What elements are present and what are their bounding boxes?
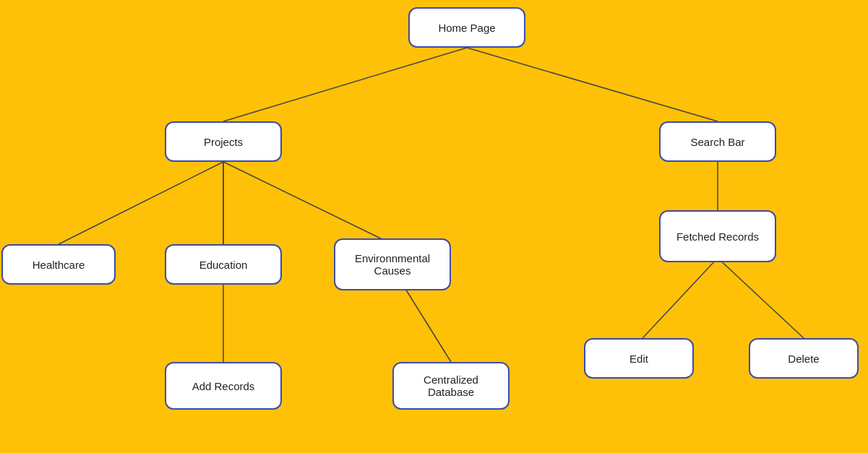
node-education[interactable]: Education bbox=[165, 244, 282, 285]
svg-line-2 bbox=[59, 162, 223, 244]
svg-line-9 bbox=[718, 258, 804, 338]
svg-line-8 bbox=[643, 258, 718, 338]
node-delete[interactable]: Delete bbox=[749, 338, 859, 379]
svg-line-1 bbox=[467, 48, 718, 121]
node-centralized-database[interactable]: Centralized Database bbox=[392, 362, 510, 410]
node-environmental-causes[interactable]: Environnmental Causes bbox=[334, 238, 451, 290]
node-search-bar[interactable]: Search Bar bbox=[659, 121, 776, 162]
node-edit[interactable]: Edit bbox=[584, 338, 694, 379]
svg-line-4 bbox=[223, 162, 392, 244]
node-projects[interactable]: Projects bbox=[165, 121, 282, 162]
svg-line-0 bbox=[223, 48, 467, 121]
node-fetched-records[interactable]: Fetched Records bbox=[659, 210, 776, 262]
node-add-records[interactable]: Add Records bbox=[165, 362, 282, 410]
node-healthcare[interactable]: Healthcare bbox=[1, 244, 116, 285]
node-home-page[interactable]: Home Page bbox=[408, 7, 525, 48]
